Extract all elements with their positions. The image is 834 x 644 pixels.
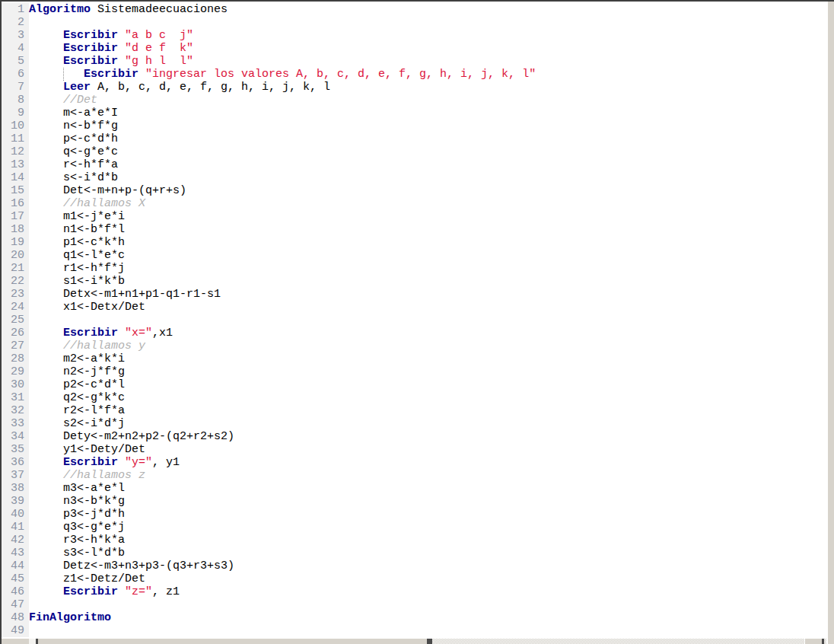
code-line[interactable]: 3 Escribir "a b c j": [2, 29, 826, 42]
code-line[interactable]: 46 Escribir "z=", z1: [2, 585, 826, 598]
line-text[interactable]: n2<-j*f*g: [29, 365, 826, 378]
line-text[interactable]: //hallamos z: [29, 469, 826, 482]
code-line[interactable]: 15 Det<-m+n+p-(q+r+s): [2, 184, 826, 197]
code-line[interactable]: 26 Escribir "x=",x1: [2, 327, 826, 340]
code-line[interactable]: 41 q3<-g*e*j: [2, 521, 826, 534]
code-line[interactable]: 43 s3<-l*d*b: [2, 547, 826, 560]
code-line[interactable]: 39 n3<-b*k*g: [2, 495, 826, 508]
code-line[interactable]: 30 p2<-c*d*l: [2, 378, 826, 391]
code-line[interactable]: 37 //hallamos z: [2, 469, 826, 482]
code-line[interactable]: 23 Detx<-m1+n1+p1-q1-r1-s1: [2, 288, 826, 301]
line-text[interactable]: r3<-h*k*a: [29, 534, 826, 547]
code-editor-area[interactable]: 1Algoritmo Sistemadeecuaciones23 Escribi…: [2, 2, 826, 639]
code-line[interactable]: 28 m2<-a*k*i: [2, 352, 826, 365]
code-line[interactable]: 1Algoritmo Sistemadeecuaciones: [2, 3, 826, 16]
code-line[interactable]: 29 n2<-j*f*g: [2, 365, 826, 378]
code-line[interactable]: 24 x1<-Detx/Det: [2, 301, 826, 314]
code-line[interactable]: 12 q<-g*e*c: [2, 145, 826, 158]
code-line[interactable]: 9 m<-a*e*I: [2, 107, 826, 120]
line-text[interactable]: s2<-i*d*j: [29, 417, 826, 430]
line-text[interactable]: q1<-l*e*c: [29, 249, 826, 262]
code-line[interactable]: 8 //Det: [2, 94, 826, 107]
code-line[interactable]: 25: [2, 314, 826, 327]
line-text[interactable]: y1<-Dety/Det: [29, 443, 826, 456]
line-text[interactable]: Escribir "y=", y1: [29, 456, 826, 469]
code-line[interactable]: 31 q2<-g*k*c: [2, 391, 826, 404]
code-line[interactable]: 42 r3<-h*k*a: [2, 534, 826, 547]
code-line[interactable]: 49: [2, 624, 826, 637]
line-text[interactable]: Escribir "ingresar los valores A, b, c, …: [29, 68, 826, 81]
code-line[interactable]: 33 s2<-i*d*j: [2, 417, 826, 430]
code-line[interactable]: 11 p<-c*d*h: [2, 132, 826, 145]
line-text[interactable]: n<-b*f*g: [29, 120, 826, 132]
line-text[interactable]: r2<-l*f*a: [29, 404, 826, 417]
line-text[interactable]: m2<-a*k*i: [29, 352, 826, 365]
line-text[interactable]: z1<-Detz/Det: [29, 572, 826, 585]
line-text[interactable]: //hallamos X: [29, 197, 826, 210]
code-line[interactable]: 2: [2, 16, 826, 29]
line-text[interactable]: Detx<-m1+n1+p1-q1-r1-s1: [29, 288, 826, 301]
line-text[interactable]: p3<-j*d*h: [29, 508, 826, 521]
code-line[interactable]: 48FinAlgoritmo: [2, 611, 826, 624]
code-line[interactable]: 22 s1<-i*k*b: [2, 275, 826, 288]
line-text[interactable]: [29, 16, 826, 29]
line-text[interactable]: //hallamos y: [29, 340, 826, 352]
code-line[interactable]: 45 z1<-Detz/Det: [2, 572, 826, 585]
code-line[interactable]: 13 r<-h*f*a: [2, 158, 826, 171]
line-text[interactable]: Escribir "x=",x1: [29, 327, 826, 340]
code-line[interactable]: 16 //hallamos X: [2, 197, 826, 210]
line-text[interactable]: p1<-c*k*h: [29, 236, 826, 249]
line-text[interactable]: [29, 598, 826, 611]
h-scrollbar-thumb[interactable]: [429, 639, 432, 644]
line-text[interactable]: Escribir "d e f k": [29, 42, 826, 55]
line-text[interactable]: s3<-l*d*b: [29, 547, 826, 560]
line-text[interactable]: x1<-Detx/Det: [29, 301, 826, 314]
line-text[interactable]: Algoritmo Sistemadeecuaciones: [29, 3, 826, 16]
code-line[interactable]: 19 p1<-c*k*h: [2, 236, 826, 249]
code-line[interactable]: 20 q1<-l*e*c: [2, 249, 826, 262]
line-text[interactable]: s1<-i*k*b: [29, 275, 826, 288]
line-text[interactable]: r<-h*f*a: [29, 158, 826, 171]
code-line[interactable]: 34 Dety<-m2+n2+p2-(q2+r2+s2): [2, 430, 826, 443]
code-line[interactable]: 36 Escribir "y=", y1: [2, 456, 826, 469]
line-text[interactable]: [29, 624, 826, 637]
line-text[interactable]: [29, 314, 826, 327]
code-line[interactable]: 38 m3<-a*e*l: [2, 482, 826, 495]
line-text[interactable]: Escribir "z=", z1: [29, 585, 826, 598]
code-line[interactable]: 21 r1<-h*f*j: [2, 262, 826, 275]
line-text[interactable]: n1<-b*f*l: [29, 223, 826, 236]
code-line[interactable]: 35 y1<-Dety/Det: [2, 443, 826, 456]
line-text[interactable]: Det<-m+n+p-(q+r+s): [29, 184, 826, 197]
line-text[interactable]: m3<-a*e*l: [29, 482, 826, 495]
code-line[interactable]: 14 s<-i*d*b: [2, 171, 826, 184]
line-text[interactable]: Escribir "g h l l": [29, 55, 826, 68]
h-scrollbar-end-button[interactable]: [804, 639, 824, 644]
line-text[interactable]: p<-c*d*h: [29, 132, 826, 145]
line-text[interactable]: q<-g*e*c: [29, 145, 826, 158]
line-text[interactable]: Escribir "a b c j": [29, 29, 826, 42]
code-line[interactable]: 17 m1<-j*e*i: [2, 210, 826, 223]
line-text[interactable]: m1<-j*e*i: [29, 210, 826, 223]
line-text[interactable]: Leer A, b, c, d, e, f, g, h, i, j, k, l: [29, 81, 826, 94]
code-line[interactable]: 18 n1<-b*f*l: [2, 223, 826, 236]
line-text[interactable]: r1<-h*f*j: [29, 262, 826, 275]
code-line[interactable]: 10 n<-b*f*g: [2, 120, 826, 132]
code-line[interactable]: 6 Escribir "ingresar los valores A, b, c…: [2, 68, 826, 81]
code-line[interactable]: 44 Detz<-m3+n3+p3-(q3+r3+s3): [2, 560, 826, 572]
line-text[interactable]: m<-a*e*I: [29, 107, 826, 120]
code-line[interactable]: 27 //hallamos y: [2, 340, 826, 352]
code-line[interactable]: 47: [2, 598, 826, 611]
line-text[interactable]: FinAlgoritmo: [29, 611, 826, 624]
h-scrollbar-track[interactable]: [429, 639, 826, 644]
line-text[interactable]: Detz<-m3+n3+p3-(q3+r3+s3): [29, 560, 826, 572]
line-text[interactable]: p2<-c*d*l: [29, 378, 826, 391]
code-line[interactable]: 4 Escribir "d e f k": [2, 42, 826, 55]
line-text[interactable]: q2<-g*k*c: [29, 391, 826, 404]
line-text[interactable]: Dety<-m2+n2+p2-(q2+r2+s2): [29, 430, 826, 443]
code-line[interactable]: 5 Escribir "g h l l": [2, 55, 826, 68]
h-scrollbar-left-thumb[interactable]: [29, 639, 38, 644]
line-text[interactable]: //Det: [29, 94, 826, 107]
right-panel-splitter[interactable]: [826, 2, 834, 644]
code-lines[interactable]: 1Algoritmo Sistemadeecuaciones23 Escribi…: [2, 3, 826, 637]
line-text[interactable]: n3<-b*k*g: [29, 495, 826, 508]
